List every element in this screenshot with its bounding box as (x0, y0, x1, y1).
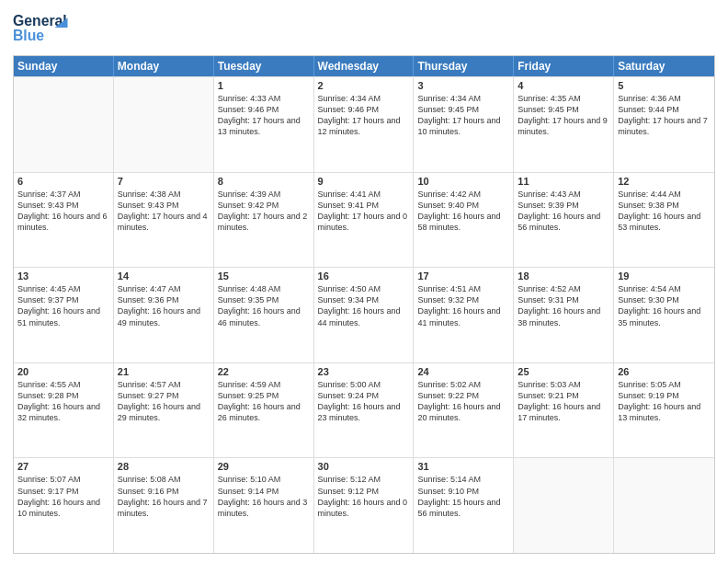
day-number: 17 (417, 270, 509, 282)
day-number: 26 (618, 366, 711, 377)
day-info: Sunrise: 4:47 AMSunset: 9:36 PMDaylight:… (118, 283, 210, 328)
calendar-cell: 4Sunrise: 4:35 AMSunset: 9:45 PMDaylight… (514, 77, 614, 172)
day-number: 10 (417, 176, 509, 187)
day-info: Sunrise: 5:07 AMSunset: 9:17 PMDaylight:… (17, 474, 109, 519)
day-number: 14 (118, 270, 210, 282)
day-info: Sunrise: 5:14 AMSunset: 9:10 PMDaylight:… (417, 474, 509, 519)
calendar-cell: 30Sunrise: 5:12 AMSunset: 9:12 PMDayligh… (314, 458, 415, 553)
day-number: 28 (118, 461, 210, 472)
day-number: 25 (518, 366, 609, 377)
day-number: 18 (518, 270, 609, 282)
calendar: SundayMondayTuesdayWednesdayThursdayFrid… (13, 55, 715, 554)
day-header-thursday: Thursday (414, 56, 514, 76)
calendar-cell: 25Sunrise: 5:03 AMSunset: 9:21 PMDayligh… (514, 363, 614, 458)
calendar-cell: 24Sunrise: 5:02 AMSunset: 9:22 PMDayligh… (414, 363, 514, 458)
calendar-week-4: 20Sunrise: 4:55 AMSunset: 9:28 PMDayligh… (14, 362, 714, 458)
day-info: Sunrise: 4:33 AMSunset: 9:46 PMDaylight:… (218, 93, 310, 138)
logo: General Blue (13, 9, 77, 50)
calendar-cell: 1Sunrise: 4:33 AMSunset: 9:46 PMDaylight… (214, 77, 314, 172)
day-info: Sunrise: 5:02 AMSunset: 9:22 PMDaylight:… (417, 379, 509, 424)
day-number: 19 (618, 270, 711, 282)
day-info: Sunrise: 4:45 AMSunset: 9:37 PMDaylight:… (17, 283, 109, 328)
calendar-cell: 2Sunrise: 4:34 AMSunset: 9:46 PMDaylight… (314, 77, 415, 172)
calendar-cell: 16Sunrise: 4:50 AMSunset: 9:34 PMDayligh… (314, 268, 415, 362)
svg-text:Blue: Blue (13, 28, 44, 43)
day-info: Sunrise: 4:37 AMSunset: 9:43 PMDaylight:… (17, 189, 109, 234)
calendar-cell: 13Sunrise: 4:45 AMSunset: 9:37 PMDayligh… (14, 268, 114, 362)
calendar-cell: 28Sunrise: 5:08 AMSunset: 9:16 PMDayligh… (114, 458, 214, 553)
calendar-week-3: 13Sunrise: 4:45 AMSunset: 9:37 PMDayligh… (14, 267, 714, 362)
day-header-friday: Friday (514, 56, 614, 76)
day-info: Sunrise: 4:48 AMSunset: 9:35 PMDaylight:… (218, 283, 310, 328)
calendar-cell: 29Sunrise: 5:10 AMSunset: 9:14 PMDayligh… (214, 458, 314, 553)
calendar-cell (14, 77, 114, 172)
day-info: Sunrise: 5:10 AMSunset: 9:14 PMDaylight:… (218, 474, 310, 519)
day-number: 11 (518, 176, 609, 187)
calendar-cell: 17Sunrise: 4:51 AMSunset: 9:32 PMDayligh… (414, 268, 514, 362)
day-number: 6 (17, 176, 109, 187)
day-number: 15 (218, 270, 310, 282)
calendar-cell: 18Sunrise: 4:52 AMSunset: 9:31 PMDayligh… (514, 268, 614, 362)
calendar-cell: 31Sunrise: 5:14 AMSunset: 9:10 PMDayligh… (414, 458, 514, 553)
calendar-cell: 14Sunrise: 4:47 AMSunset: 9:36 PMDayligh… (114, 268, 214, 362)
day-number: 20 (17, 366, 109, 377)
calendar-cell: 21Sunrise: 4:57 AMSunset: 9:27 PMDayligh… (114, 363, 214, 458)
calendar-cell: 22Sunrise: 4:59 AMSunset: 9:25 PMDayligh… (214, 363, 314, 458)
calendar-cell: 11Sunrise: 4:43 AMSunset: 9:39 PMDayligh… (514, 173, 614, 268)
day-info: Sunrise: 5:12 AMSunset: 9:12 PMDaylight:… (318, 474, 410, 519)
day-header-monday: Monday (114, 56, 214, 76)
day-header-wednesday: Wednesday (314, 56, 415, 76)
calendar-cell: 26Sunrise: 5:05 AMSunset: 9:19 PMDayligh… (614, 363, 714, 458)
calendar-cell: 8Sunrise: 4:39 AMSunset: 9:42 PMDaylight… (214, 173, 314, 268)
day-number: 24 (417, 366, 509, 377)
calendar-cell: 23Sunrise: 5:00 AMSunset: 9:24 PMDayligh… (314, 363, 415, 458)
day-info: Sunrise: 4:52 AMSunset: 9:31 PMDaylight:… (518, 283, 609, 328)
day-number: 2 (318, 80, 410, 91)
calendar-cell: 9Sunrise: 4:41 AMSunset: 9:41 PMDaylight… (314, 173, 415, 268)
calendar-cell: 27Sunrise: 5:07 AMSunset: 9:17 PMDayligh… (14, 458, 114, 553)
day-info: Sunrise: 4:54 AMSunset: 9:30 PMDaylight:… (618, 283, 711, 328)
header: General Blue (13, 9, 715, 50)
calendar-cell: 12Sunrise: 4:44 AMSunset: 9:38 PMDayligh… (614, 173, 714, 268)
calendar-cell: 10Sunrise: 4:42 AMSunset: 9:40 PMDayligh… (414, 173, 514, 268)
day-info: Sunrise: 4:42 AMSunset: 9:40 PMDaylight:… (417, 189, 509, 234)
day-header-sunday: Sunday (14, 56, 114, 76)
day-info: Sunrise: 4:39 AMSunset: 9:42 PMDaylight:… (218, 189, 310, 234)
calendar-cell: 20Sunrise: 4:55 AMSunset: 9:28 PMDayligh… (14, 363, 114, 458)
day-number: 5 (618, 80, 711, 91)
day-number: 27 (17, 461, 109, 472)
day-info: Sunrise: 5:03 AMSunset: 9:21 PMDaylight:… (518, 379, 609, 424)
day-number: 8 (218, 176, 310, 187)
day-number: 13 (17, 270, 109, 282)
day-number: 3 (417, 80, 509, 91)
day-number: 31 (417, 461, 509, 472)
day-info: Sunrise: 4:44 AMSunset: 9:38 PMDaylight:… (618, 189, 711, 234)
day-info: Sunrise: 4:36 AMSunset: 9:44 PMDaylight:… (618, 93, 711, 138)
day-number: 21 (118, 366, 210, 377)
day-number: 23 (318, 366, 410, 377)
day-info: Sunrise: 5:08 AMSunset: 9:16 PMDaylight:… (118, 474, 210, 519)
day-info: Sunrise: 4:34 AMSunset: 9:46 PMDaylight:… (318, 93, 410, 138)
day-info: Sunrise: 4:57 AMSunset: 9:27 PMDaylight:… (118, 379, 210, 424)
calendar-week-5: 27Sunrise: 5:07 AMSunset: 9:17 PMDayligh… (14, 457, 714, 553)
page: General Blue SundayMondayTuesdayWednesda… (0, 0, 728, 563)
calendar-header: SundayMondayTuesdayWednesdayThursdayFrid… (14, 56, 714, 76)
day-info: Sunrise: 4:50 AMSunset: 9:34 PMDaylight:… (318, 283, 410, 328)
calendar-cell: 5Sunrise: 4:36 AMSunset: 9:44 PMDaylight… (614, 77, 714, 172)
calendar-cell (514, 458, 614, 553)
day-info: Sunrise: 5:00 AMSunset: 9:24 PMDaylight:… (318, 379, 410, 424)
calendar-cell: 15Sunrise: 4:48 AMSunset: 9:35 PMDayligh… (214, 268, 314, 362)
day-info: Sunrise: 4:38 AMSunset: 9:43 PMDaylight:… (118, 189, 210, 234)
calendar-cell: 6Sunrise: 4:37 AMSunset: 9:43 PMDaylight… (14, 173, 114, 268)
calendar-cell: 3Sunrise: 4:34 AMSunset: 9:45 PMDaylight… (414, 77, 514, 172)
day-info: Sunrise: 4:43 AMSunset: 9:39 PMDaylight:… (518, 189, 609, 234)
day-info: Sunrise: 4:59 AMSunset: 9:25 PMDaylight:… (218, 379, 310, 424)
day-number: 9 (318, 176, 410, 187)
calendar-week-2: 6Sunrise: 4:37 AMSunset: 9:43 PMDaylight… (14, 172, 714, 268)
day-info: Sunrise: 4:34 AMSunset: 9:45 PMDaylight:… (417, 93, 509, 138)
calendar-cell: 19Sunrise: 4:54 AMSunset: 9:30 PMDayligh… (614, 268, 714, 362)
calendar-cell (114, 77, 214, 172)
day-number: 30 (318, 461, 410, 472)
day-number: 7 (118, 176, 210, 187)
day-number: 22 (218, 366, 310, 377)
